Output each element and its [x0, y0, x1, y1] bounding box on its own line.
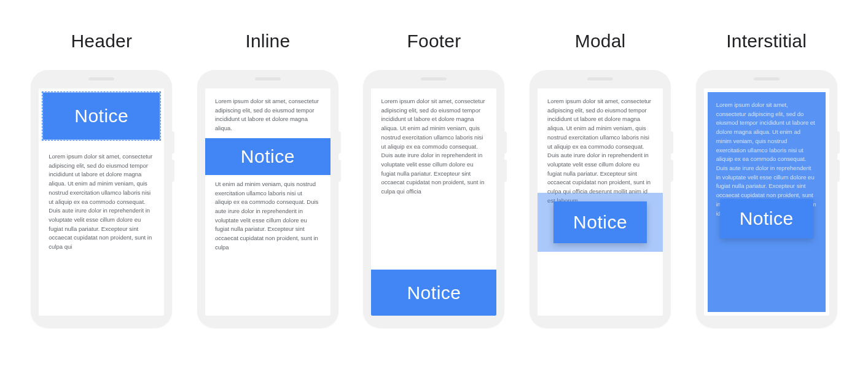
interstitial-overlay: Lorem ipsum dolor sit amet, consectetur …: [708, 92, 826, 312]
body-text-top: Lorem ipsum dolor sit amet, consectetur …: [205, 88, 330, 138]
body-text: Lorem ipsum dolor sit amet, consectetur …: [371, 88, 496, 205]
phone-screen: Notice Lorem ipsum dolor sit amet, conse…: [39, 88, 164, 316]
notice-banner-inline: Notice: [205, 138, 330, 175]
phone-mockup: Notice Lorem ipsum dolor sit amet, conse…: [31, 70, 172, 328]
notice-banner-interstitial: Notice: [720, 199, 813, 238]
diagram-row: Header Notice Lorem ipsum dolor sit amet…: [25, 31, 843, 328]
body-text-bottom: Ut enim ad minim veniam, quis nostrud ex…: [205, 175, 330, 261]
column-modal: Modal Lorem ipsum dolor sit amet, consec…: [523, 31, 678, 328]
notice-banner-footer: Notice: [371, 270, 496, 316]
column-interstitial: Interstitial Lorem ipsum dolor sit amet,…: [689, 31, 843, 328]
column-title: Footer: [407, 31, 461, 52]
body-text: Lorem ipsum dolor sit amet, consectetur …: [39, 144, 164, 260]
column-inline: Inline Lorem ipsum dolor sit amet, conse…: [191, 31, 345, 328]
phone-screen: Lorem ipsum dolor sit amet, consectetur …: [704, 88, 829, 316]
phone-screen: Lorem ipsum dolor sit amet, consectetur …: [371, 88, 496, 316]
phone-screen: Lorem ipsum dolor sit amet, consectetur …: [538, 88, 663, 316]
column-title: Header: [71, 31, 133, 52]
phone-screen: Lorem ipsum dolor sit amet, consectetur …: [205, 88, 330, 316]
column-title: Modal: [575, 31, 626, 52]
phone-mockup: Lorem ipsum dolor sit amet, consectetur …: [696, 70, 837, 328]
phone-mockup: Lorem ipsum dolor sit amet, consectetur …: [530, 70, 671, 328]
column-header: Header Notice Lorem ipsum dolor sit amet…: [25, 31, 179, 328]
phone-mockup: Lorem ipsum dolor sit amet, consectetur …: [363, 70, 504, 328]
notice-banner-header: Notice: [42, 92, 160, 140]
column-title: Interstitial: [726, 31, 807, 52]
phone-mockup: Lorem ipsum dolor sit amet, consectetur …: [197, 70, 338, 328]
column-title: Inline: [245, 31, 290, 52]
notice-banner-modal: Notice: [553, 201, 647, 243]
column-footer: Footer Lorem ipsum dolor sit amet, conse…: [357, 31, 511, 328]
